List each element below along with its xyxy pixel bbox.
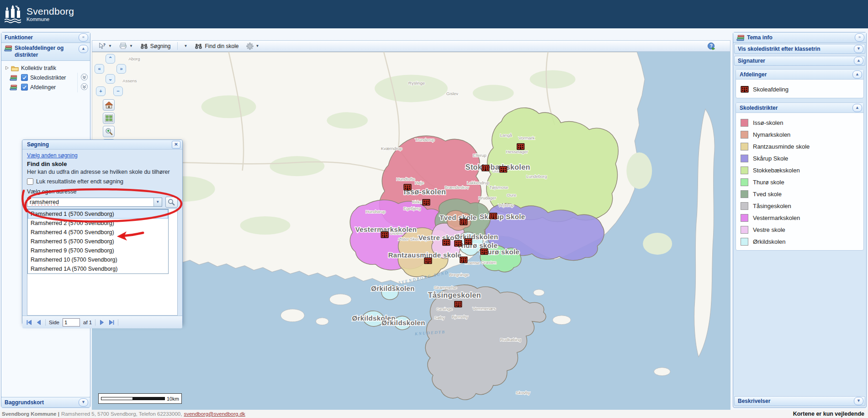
legend-item: Ørkildskolen	[741, 236, 860, 247]
print-button[interactable]: ▼	[117, 42, 135, 50]
school-building-icon[interactable]	[481, 249, 488, 254]
address-option[interactable]: Ramsherred 2 (5700 Svendborg)	[28, 219, 168, 228]
search-menu-button[interactable]: Søgning	[138, 42, 173, 50]
layer-group-title: Skoleafdelinger og distrikter	[15, 45, 79, 59]
background-map-bar[interactable]: Baggrundskort ▼	[1, 397, 90, 407]
school-building-icon[interactable]	[423, 199, 430, 205]
find-school-button[interactable]: Find din skole	[192, 42, 241, 50]
school-building-icon[interactable]	[443, 240, 450, 245]
zoom-box-in-button[interactable]	[103, 126, 115, 137]
settings-dropdown-arrow-icon[interactable]: ▼	[256, 44, 259, 48]
school-building-icon[interactable]	[490, 213, 497, 219]
full-extent-button[interactable]	[103, 99, 115, 111]
school-building-icon[interactable]	[404, 184, 411, 190]
pan-down-button[interactable]: ⌄	[106, 74, 115, 84]
school-building-icon[interactable]	[500, 166, 507, 172]
collapse-layer-group-button[interactable]: ▲	[79, 45, 88, 53]
collapse-departments-button[interactable]: ▲	[852, 70, 862, 79]
address-option[interactable]: Ramsherred 9 (5700 Svendborg)	[28, 246, 168, 255]
legend-label: Tåsingeskolen	[753, 203, 791, 209]
close-icon[interactable]: ✕	[172, 141, 180, 149]
collapse-signatures-button[interactable]: ▲	[854, 57, 863, 65]
pager-prev-button[interactable]	[36, 320, 42, 325]
departments-legend-header[interactable]: Afdelinger ▲	[736, 70, 863, 80]
search-dropdown-arrow-icon[interactable]: ▼	[182, 43, 190, 49]
address-combo-row: ▼	[27, 197, 178, 208]
expand-background-map-button[interactable]: ▼	[79, 398, 88, 407]
run-search-button[interactable]	[165, 197, 178, 208]
school-building-icon[interactable]	[460, 257, 467, 263]
close-results-checkbox[interactable]	[27, 178, 33, 185]
map-viewport[interactable]: AborgAssensRyslingeGislevTrunderupKværnd…	[92, 52, 730, 410]
grade-filter-bar[interactable]: Vis skoledistrikt efter klassetrin ▼	[734, 44, 865, 54]
tree-label[interactable]: Afdelinger	[30, 84, 77, 91]
pager-next-button[interactable]	[99, 320, 105, 325]
layer-checkbox[interactable]	[21, 74, 28, 81]
school-building-icon[interactable]	[482, 165, 489, 171]
collapse-left-panel-button[interactable]: «	[79, 33, 88, 42]
search-dialog-titlebar[interactable]: Søgning ✕	[22, 140, 182, 150]
settings-button[interactable]: ▼	[244, 42, 262, 51]
layer-options-button[interactable]	[77, 73, 90, 83]
island	[316, 318, 328, 325]
footer-address: Ramsherred 5, 5700 Svendborg, Telefon 62…	[61, 411, 182, 417]
chevron-down-icon[interactable]: ▼	[153, 198, 162, 206]
town-label: Assens	[122, 78, 137, 83]
pager-last-button[interactable]	[108, 320, 115, 325]
layer-checkbox[interactable]	[21, 84, 28, 91]
town-label: Vormark	[519, 135, 535, 140]
address-option[interactable]: Ramsherred 10 (5700 Svendborg)	[28, 255, 168, 264]
print-dropdown-arrow-icon[interactable]: ▼	[129, 44, 133, 48]
collapse-right-panel-button[interactable]: »	[855, 33, 864, 42]
layer-options-button[interactable]	[77, 82, 90, 92]
map-canvas[interactable]: AborgAssensRyslingeGislevTrunderupKværnd…	[92, 52, 730, 410]
districts-legend-header[interactable]: Skoledistrikter ▲	[736, 103, 863, 113]
help-link-icon[interactable]	[707, 42, 715, 50]
choose-other-search-link[interactable]: Vælg anden søgning	[27, 152, 78, 159]
address-option[interactable]: Ramsherred 5 (5700 Svendborg)	[28, 237, 168, 246]
legend-item: Skårup Skole	[741, 152, 860, 164]
school-building-icon[interactable]	[455, 301, 462, 307]
footer-email-link[interactable]: svendborg@svendborg.dk	[184, 411, 245, 417]
close-results-checkbox-row[interactable]: Luk resultatliste efter endt søgning	[27, 178, 178, 185]
signatures-bar[interactable]: Signaturer ▲	[734, 56, 865, 66]
pan-left-button[interactable]: «	[95, 64, 104, 74]
chevron-double-down-icon	[80, 73, 88, 81]
page-number-input[interactable]	[63, 318, 80, 327]
zoom-out-button[interactable]: −	[113, 86, 123, 96]
collapse-districts-button[interactable]: ▲	[852, 104, 862, 112]
school-building-icon[interactable]	[424, 258, 432, 263]
layer-group-header[interactable]: Skoleafdelinger og distrikter ▲	[1, 43, 90, 61]
address-combobox[interactable]: ▼	[27, 198, 162, 207]
zoom-in-button[interactable]: +	[96, 86, 106, 96]
tree-label[interactable]: Skoledistrikter	[30, 75, 77, 81]
expander-icon[interactable]	[5, 66, 9, 70]
descriptions-bar[interactable]: Beskrivelser ▼	[734, 396, 865, 406]
town-label: Ellerup	[473, 153, 486, 158]
legend-item: Tåsingeskolen	[741, 200, 860, 212]
legend-item: Tved skole	[741, 188, 860, 200]
school-building-icon[interactable]	[517, 144, 524, 149]
overview-map-button[interactable]	[103, 113, 115, 124]
tree-row-skoledistrikter[interactable]: Skoledistrikter	[1, 73, 90, 82]
address-option[interactable]: Ramsherred 4 (5700 Svendborg)	[28, 228, 168, 237]
signatures-label: Signaturer	[738, 58, 854, 64]
address-option[interactable]: Ramsherred 1 (5700 Svendborg)	[28, 209, 168, 219]
tree-label[interactable]: Kollektiv trafik	[21, 65, 90, 71]
identify-dropdown-arrow-icon[interactable]: ▼	[108, 44, 112, 48]
school-building-icon[interactable]	[381, 232, 388, 237]
address-input[interactable]	[27, 198, 153, 206]
school-building-icon[interactable]	[455, 241, 462, 246]
pager-first-button[interactable]	[26, 320, 32, 325]
expand-descriptions-button[interactable]: ▼	[854, 397, 863, 405]
tree-row-afdelinger[interactable]: Afdelinger	[1, 82, 90, 92]
address-option[interactable]: Ramsherred 1A (5700 Svendborg)	[28, 264, 168, 273]
tiles-icon	[105, 114, 113, 122]
pan-up-button[interactable]: ⌃	[106, 54, 115, 64]
school-building-icon[interactable]	[460, 219, 467, 225]
expand-grade-filter-button[interactable]: ▼	[854, 45, 863, 53]
identify-tool-button[interactable]: ▼	[96, 42, 114, 50]
school-building-icon[interactable]	[465, 239, 472, 244]
pan-right-button[interactable]: »	[116, 64, 126, 74]
tree-row-kollektiv-trafik[interactable]: Kollektiv trafik	[1, 63, 90, 73]
